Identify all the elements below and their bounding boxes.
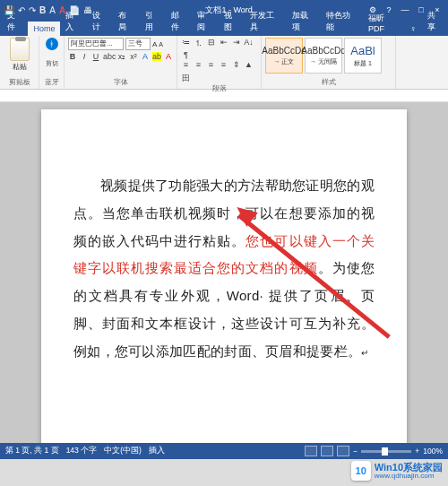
text-effects-icon[interactable]: A [141,52,150,61]
font-color-icon[interactable]: A [59,5,65,15]
style-name: → 正文 [274,57,295,66]
style-normal[interactable]: AaBbCcDd → 正文 [265,38,303,74]
font-group: 阿里巴巴普... 三号 A A B I U abc x₂ x² A ab A 字 [65,36,177,89]
bold-button[interactable]: B [68,52,77,61]
word-count[interactable]: 143 个字 [66,446,98,456]
grow-font-icon[interactable]: A [152,40,157,48]
undo-icon[interactable]: ↶ [18,5,25,15]
italic-button[interactable]: I [80,52,89,61]
align-right-icon[interactable]: ≡ [206,60,216,70]
style-name: → 无间隔 [310,57,337,66]
zoom-thumb[interactable] [382,447,388,456]
decrease-indent-icon[interactable]: ⇤ [219,38,228,48]
cut-label: 剪切 [46,59,58,68]
underline-button[interactable]: U [91,52,100,61]
watermark-line2: www.qdhuajin.com [375,473,443,481]
bold-icon[interactable]: B [39,5,46,15]
bluetooth-label: 蓝牙 [45,76,59,87]
zoom-out-button[interactable]: − [353,447,358,456]
new-doc-icon[interactable]: 📄 [69,5,80,15]
font-name-select[interactable]: 阿里巴巴普... [68,38,124,50]
watermark: 10 Win10系统家园 www.qdhuajin.com [351,461,443,481]
bullets-icon[interactable]: ≔ [181,38,191,48]
shading-icon[interactable]: ▲ [244,60,254,70]
redo-icon[interactable]: ↷ [29,5,36,15]
font-size-select[interactable]: 三号 [125,38,151,50]
styles-group-label: 样式 [265,76,392,87]
web-layout-icon[interactable] [337,446,349,456]
increase-indent-icon[interactable]: ⇥ [231,38,241,48]
font-group-label: 字体 [68,76,173,87]
print-icon[interactable]: 🖶 [83,5,92,15]
tab-home[interactable]: Home [28,22,60,36]
style-preview: AaBbCcDd [262,46,306,56]
style-name: 标题 1 [354,59,372,68]
highlight-icon[interactable]: ab [152,52,161,61]
numbering-icon[interactable]: ⒈ [194,38,203,48]
status-bar: 第 1 页, 共 1 页 143 个字 中文(中国) 插入 − + 100% [0,443,448,459]
line-spacing-icon[interactable]: ⇕ [231,60,241,70]
bluetooth-group: ᚼ 剪切 蓝牙 [39,36,65,89]
paragraph-group: ≔ ⒈ ⊟ ⇤ ⇥ A↓ ¶ ≡ ≡ ≡ ≡ ⇕ ▲ 田 段 [177,36,262,89]
shrink-font-icon[interactable]: A [159,41,163,48]
tab-pdf[interactable]: 福昕PDF [363,10,405,36]
style-preview: AaBl [350,44,375,57]
borders-icon[interactable]: 田 [181,73,191,82]
tab-developer[interactable]: 开发工具 [245,7,287,36]
insert-mode[interactable]: 插入 [149,446,165,456]
font-color-button[interactable]: A [164,52,173,61]
tab-special[interactable]: 特色功能 [321,7,363,36]
ribbon-tabs: 文件 Home 插入 设计 布局 引用 邮件 审阅 视图 开发工具 加载项 特色… [0,20,448,36]
justify-icon[interactable]: ≡ [219,60,228,70]
tab-tellme[interactable]: ♀ [405,22,422,36]
clipboard-group-label: 剪贴板 [4,76,35,87]
document-area[interactable]: 视频提供了功能强大的方法帮助您证明您的观点。当您单击联机视频时，可以在想要添加的… [0,102,448,443]
read-mode-icon[interactable] [305,446,317,456]
tab-mailings[interactable]: 邮件 [166,7,192,36]
align-left-icon[interactable]: ≡ [181,60,191,70]
clipboard-group: 粘贴 剪贴板 [0,36,39,89]
paste-icon [10,38,30,61]
page: 视频提供了功能强大的方法帮助您证明您的观点。当您单击联机视频时，可以在想要添加的… [41,109,407,443]
zoom-in-button[interactable]: + [415,447,419,456]
subscript-button[interactable]: x₂ [117,52,126,61]
watermark-icon: 10 [351,461,371,481]
page-indicator[interactable]: 第 1 页, 共 1 页 [5,446,59,456]
bluetooth-icon[interactable]: ᚼ [46,38,58,50]
style-preview: AaBbCcDd [301,46,345,56]
tab-references[interactable]: 引用 [140,7,166,36]
multilevel-icon[interactable]: ⊟ [206,38,216,48]
superscript-button[interactable]: x² [129,52,138,61]
strike-button[interactable]: abc [103,52,115,61]
align-center-icon[interactable]: ≡ [194,60,203,70]
styles-group: AaBbCcDd → 正文 AaBbCcDd → 无间隔 AaBl 标题 1 样… [262,36,396,89]
zoom-slider[interactable] [361,450,411,453]
tab-layout[interactable]: 布局 [113,7,139,36]
save-icon[interactable]: 💾 [4,5,14,15]
tab-review[interactable]: 审阅 [192,7,218,36]
share-button[interactable]: 共享 [422,7,448,36]
sort-icon[interactable]: A↓ [244,38,254,48]
paste-button[interactable]: 粘贴 [4,38,35,72]
style-nospacing[interactable]: AaBbCcDd → 无间隔 [305,38,342,74]
ribbon: 粘贴 剪贴板 ᚼ 剪切 蓝牙 阿里巴巴普... 三号 A A B I U [0,36,448,90]
paragraph-group-label: 段落 [181,82,257,93]
tab-view[interactable]: 视图 [219,7,245,36]
zoom-percent[interactable]: 100% [423,447,443,456]
paste-label: 粘贴 [13,62,27,72]
style-heading1[interactable]: AaBl 标题 1 [344,38,382,74]
print-layout-icon[interactable] [321,446,333,456]
font-size-icon[interactable]: A [49,5,56,15]
show-marks-icon[interactable]: ¶ [181,50,191,60]
language-indicator[interactable]: 中文(中国) [104,446,142,456]
body-paragraph[interactable]: 视频提供了功能强大的方法帮助您证明您的观点。当您单击联机视频时，可以在想要添加的… [73,172,375,365]
tab-addins[interactable]: 加载项 [287,7,321,36]
watermark-line1: Win10系统家园 [375,462,443,473]
